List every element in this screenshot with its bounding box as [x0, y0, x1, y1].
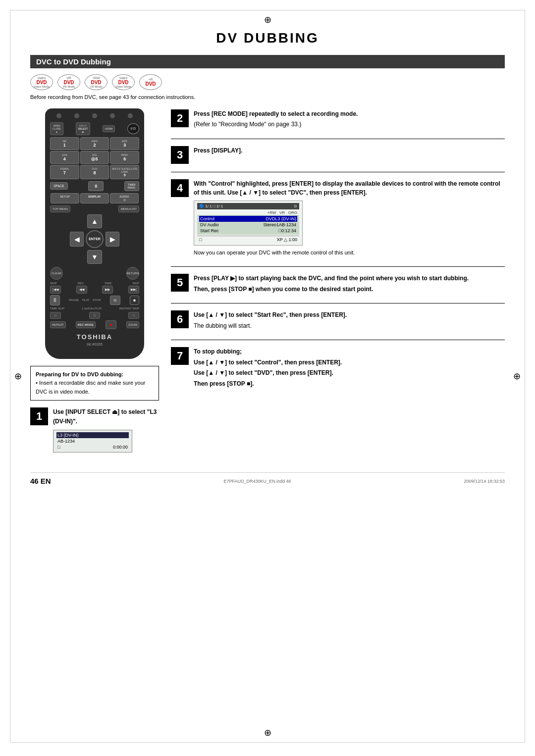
repeat-button[interactable]: REPEAT [50, 321, 66, 328]
num-4-button[interactable]: GHI4 [50, 151, 79, 164]
num-0-button[interactable]: 0 [88, 181, 104, 191]
step-1: 1 Use [INPUT SELECT ⏏] to select "L3 (DV… [30, 406, 159, 453]
indicator-dot [92, 113, 97, 118]
num-1-button[interactable]: /B/1 [50, 137, 79, 150]
dvd-badge-1: video DVD Video Mode [30, 74, 53, 90]
transport-row: SKIP REV FWD SKIP [50, 282, 139, 285]
page-footer: 46 EN E7PFAUD_DR430KU_EN.indd 46 2009/12… [30, 472, 505, 485]
step-7-line-1: Use [▲ / ▼] to select "Control", then pr… [194, 358, 505, 367]
reg-mark-bottom: ⊕ [264, 727, 271, 738]
fwd-button[interactable]: ▶▶ [102, 286, 113, 294]
audio-button[interactable]: AUDIO⊙ [110, 193, 139, 203]
footer-date: 2009/12/14 18:32:53 [464, 479, 505, 484]
dvd-badge-4: video DVD Video Mode [112, 74, 135, 90]
page-number: 46 EN [30, 477, 51, 485]
step-4-divider [171, 266, 505, 267]
instant-skip-button[interactable]: □ [128, 312, 139, 319]
open-close-button[interactable]: OPENCLOSE▲ [50, 122, 63, 135]
zoom-button[interactable]: ZOOM [126, 321, 139, 328]
clear-button[interactable]: CLEAR [50, 267, 63, 280]
step-2-number: 2 [171, 109, 189, 127]
display-button[interactable]: DISPLAY [80, 193, 109, 203]
play-speed-button[interactable]: □ [89, 312, 100, 319]
step-2: 2 Press [REC MODE] repeatedly to select … [171, 108, 505, 131]
step-6: 6 Use [▲ / ▼] to select "Start Rec", the… [171, 309, 505, 332]
transport-btns: |◀◀ ◀◀ ▶▶ ▶▶| [50, 286, 139, 294]
num-7-button[interactable]: PQRS7 [50, 165, 79, 179]
step-5-instruction2: Then, press [STOP ■] when you come to th… [194, 286, 373, 293]
step-1-content: Use [INPUT SELECT ⏏] to select "L3 (DV-I… [53, 406, 159, 453]
preparing-box: Preparing for DV to DVD dubbing: • Inser… [30, 366, 159, 401]
step-4-note: Now you can operate your DVC with the re… [194, 249, 505, 257]
num-2-button[interactable]: ABC2 [80, 137, 109, 150]
step-4-number: 4 [171, 179, 189, 197]
dpad-up[interactable]: ▲ [87, 214, 102, 228]
skip-next-button[interactable]: ▶▶| [128, 286, 139, 294]
setup-display-audio-row: SETUP DISPLAY AUDIO⊙ [50, 193, 139, 203]
screen-row-l3: L3 (DV-IN) [56, 432, 129, 438]
step-2-content: Press [REC MODE] repeatedly to select a … [194, 108, 505, 131]
rec-mode-button[interactable]: REC MODE [76, 321, 96, 328]
reg-mark-left: ⊕ [14, 371, 22, 382]
time-slip-button[interactable]: □ [50, 312, 61, 319]
skip-prev-button[interactable]: |◀◀ [50, 286, 61, 294]
step-5-number: 5 [171, 274, 189, 292]
step-3-content: Press [DISPLAY]. [194, 145, 505, 157]
bottom-row: REPEAT REC MODE ● ZOOM [50, 320, 139, 329]
screen-badge-row: +RW VR ORG [197, 210, 299, 215]
space-button[interactable]: SPACE [50, 182, 68, 190]
dvd-badge-5: +R DVD [139, 74, 162, 90]
step-2-sub: (Refer to "Recording Mode" on page 33.) [194, 120, 505, 129]
setup-button[interactable]: SETUP [51, 193, 79, 203]
num-3-button[interactable]: DEF3 [110, 137, 139, 150]
pause-button[interactable]: II [50, 295, 60, 305]
stop-button[interactable]: ■ [130, 296, 139, 305]
space-timer-row: SPACE 0 TIMERPROG. [50, 181, 139, 191]
step-7-number: 7 [171, 347, 189, 365]
step-7-line-2: Use [▲ / ▼] to select "DVD", then press … [194, 368, 505, 378]
step-1-number: 1 [30, 407, 48, 425]
num-5-button[interactable]: JKL◎5 [80, 151, 109, 164]
remote-top-indicators [50, 113, 139, 118]
timer-prog-button[interactable]: TIMERPROG. [124, 181, 139, 191]
num-9-button[interactable]: WXYZ SATELLITELINK9 [110, 165, 139, 179]
rev-button[interactable]: ◀◀ [76, 286, 87, 294]
dpad-right[interactable]: ▶ [106, 232, 119, 247]
num-8-button[interactable]: TUV8 [80, 165, 109, 179]
step-4: 4 With "Control" highlighted, press [ENT… [171, 178, 505, 258]
screen-footer: □ XP △ 1:00 [197, 236, 299, 243]
dpad-left[interactable]: ◀ [70, 232, 84, 247]
screen-header-right: ⊙ [294, 204, 297, 208]
menu-list-button[interactable]: MENU/LIST [118, 205, 139, 212]
screen-row-time: □ 0:00:00 [56, 444, 129, 450]
return-button[interactable]: RETURN [126, 267, 139, 280]
main-layout: OPENCLOSE▲ INPUTSELECT⏏ HDMI I/⊙ /B/1 AB… [30, 108, 505, 461]
remote-model: SE-R0265 [50, 343, 139, 346]
indicator-dot [56, 113, 61, 118]
rec-button[interactable]: ● [106, 320, 116, 329]
step-1-instruction: Use [INPUT SELECT ⏏] to select "L3 (DV-I… [53, 408, 157, 425]
preparing-text: • Insert a recordable disc and make sure… [36, 380, 146, 395]
dpad-down[interactable]: ▼ [87, 250, 102, 264]
top-menu-button[interactable]: TOP MENU [50, 205, 70, 212]
step-3-instruction: Press [DISPLAY]. [194, 147, 242, 154]
step-7-title: To stop dubbing; [194, 348, 242, 355]
number-grid: /B/1 ABC2 DEF3 GHI4 JKL◎5 MNO6 PQRS7 TUV… [50, 137, 139, 179]
num-6-button[interactable]: MNO6 [110, 151, 139, 164]
power-button[interactable]: I/⊙ [127, 123, 139, 134]
preparing-title: Preparing for DV to DVD dubbing: [36, 371, 123, 377]
enter-button[interactable]: ENTER [86, 230, 104, 248]
right-column: 2 Press [REC MODE] repeatedly to select … [171, 108, 505, 461]
input-select-button[interactable]: INPUTSELECT⏏ [76, 122, 91, 135]
step-7: 7 To stop dubbing; Use [▲ / ▼] to select… [171, 346, 505, 390]
hdmi-button[interactable]: HDMI [103, 125, 115, 132]
step-5-divider [171, 303, 505, 303]
step-1-screen: L3 (DV-IN) AB-1234 □ 0:00:00 [53, 430, 132, 453]
dvd-logos-row: video DVD Video Mode VR DVD VR Mode +RW … [30, 74, 505, 90]
screen-row-ab1234: AB-1234 [56, 438, 129, 444]
remote-brand: TOSHIBA [50, 333, 139, 341]
intro-text: Before recording from DVC, see page 43 f… [30, 93, 505, 101]
play-button[interactable]: ⊙ [110, 296, 120, 305]
reg-mark-right: ⊕ [513, 371, 521, 382]
indicator-dot [74, 113, 79, 118]
